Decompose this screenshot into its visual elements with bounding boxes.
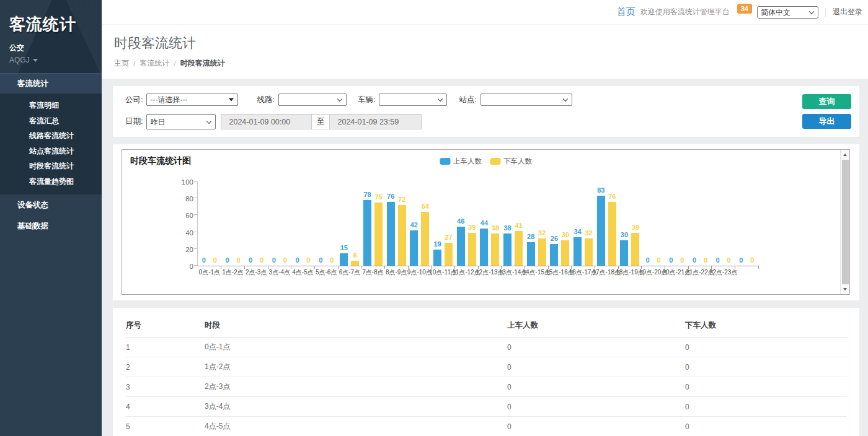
x-axis-label: 7点-8点 <box>362 268 383 277</box>
bar-alighting: 72 <box>398 205 406 266</box>
bar-value-label: 42 <box>410 221 418 229</box>
vehicle-label: 车辆: <box>358 95 375 105</box>
legend-label: 下车人数 <box>503 157 532 166</box>
scrollbar-thumb[interactable] <box>842 160 849 284</box>
sidebar-subitem[interactable]: 时段客流统计 <box>0 159 102 174</box>
table-cell: 0 <box>507 357 685 377</box>
table-cell: 4 <box>126 397 205 417</box>
date-preset-wrap: 昨日 <box>146 114 216 129</box>
bar-group: 384113点-14点 <box>502 182 525 266</box>
scrollbar-down-button[interactable] <box>841 285 849 294</box>
logo-block: 客流统计 公交 AQGJ <box>0 0 102 73</box>
bar-group: 004点-5点 <box>291 182 315 266</box>
export-button[interactable]: 导出 <box>802 114 851 129</box>
scrollbar-up-button[interactable] <box>841 150 849 159</box>
caret-down-icon <box>33 59 38 62</box>
legend-item[interactable]: 下车人数 <box>490 157 532 166</box>
table-row: 54点-5点00 <box>126 417 847 436</box>
table-cell: 1 <box>126 338 205 357</box>
bar-group: 463911点-12点 <box>454 182 478 266</box>
x-axis-label: 1点-2点 <box>222 268 243 277</box>
page-title: 时段客流统计 <box>114 34 856 53</box>
vehicle-select[interactable] <box>379 94 447 106</box>
legend-item[interactable]: 上车人数 <box>440 157 482 166</box>
sidebar-subitem[interactable]: 客流量趋势图 <box>0 174 102 190</box>
sidebar-subitem[interactable]: 客流明细 <box>0 98 102 113</box>
bar-value-label: 26 <box>551 235 558 242</box>
line-select[interactable] <box>278 94 347 106</box>
date-label: 日期: <box>125 116 143 127</box>
sidebar-item-base-data[interactable]: 基础数据 <box>0 216 102 237</box>
bar-value-label: 0 <box>260 256 264 264</box>
bar-value-label: 0 <box>680 256 684 264</box>
station-select[interactable] <box>480 94 572 106</box>
breadcrumb-passenger-stats[interactable]: 客流统计 <box>140 58 169 69</box>
stats-table-header-row: 序号时段上车人数下车人数 <box>126 315 847 338</box>
bar-group: 263015点-16点 <box>548 182 572 266</box>
bar-group: 303918点-19点 <box>618 182 642 266</box>
chart-scrollbar[interactable] <box>840 150 849 294</box>
logout-link[interactable]: 退出登录 <box>833 7 862 17</box>
chart-box: 时段车流统计图 上车人数下车人数 000点-1点001点-2点002点-3点00… <box>122 149 850 295</box>
y-axis-label: 40 <box>175 229 193 237</box>
home-link[interactable]: 首页 <box>617 6 636 18</box>
sidebar: 客流统计 公交 AQGJ 客流统计 客流明细客流汇总线路客流统计站点客流统计时段… <box>0 0 102 436</box>
bar-value-label: 0 <box>202 256 206 264</box>
sidebar-item-passenger-stats[interactable]: 客流统计 <box>0 73 102 94</box>
date-from-input[interactable] <box>221 114 312 129</box>
y-axis-label: 80 <box>175 195 193 203</box>
org-code-label: AQGJ <box>9 56 30 64</box>
bar-group: 0020点-21点 <box>665 182 688 266</box>
bar-value-label: 0 <box>225 256 229 264</box>
bar-value-label: 0 <box>272 256 276 264</box>
breadcrumb-home[interactable]: 主页 <box>114 58 129 69</box>
sidebar-subitem[interactable]: 线路客流统计 <box>0 128 102 144</box>
legend-swatch-icon <box>440 158 450 165</box>
company-select[interactable]: ---请选择--- <box>146 94 238 106</box>
bar-boarding: 78 <box>363 200 371 266</box>
date-preset-select[interactable]: 昨日 <box>146 114 216 129</box>
bar-value-label: 30 <box>621 231 628 238</box>
bar-alighting: 41 <box>515 231 523 266</box>
x-axis-label: 9点-10点 <box>407 268 432 277</box>
table-header-cell: 时段 <box>205 315 507 338</box>
notification-badge[interactable]: 34 <box>737 4 752 14</box>
org-selector[interactable]: AQGJ <box>9 56 102 64</box>
table-cell: 0 <box>685 397 847 417</box>
sidebar-item-device-status[interactable]: 设备状态 <box>0 194 102 216</box>
table-cell: 0 <box>685 417 847 436</box>
bar-group: 003点-4点 <box>268 182 291 266</box>
welcome-text: 欢迎使用客流统计管理平台 <box>640 7 730 17</box>
table-cell: 5 <box>126 417 205 436</box>
chart-title: 时段车流统计图 <box>130 155 191 167</box>
bar-value-label: 0 <box>295 256 299 264</box>
sidebar-subitem[interactable]: 站点客流统计 <box>0 144 102 159</box>
bar-boarding: 15 <box>340 253 348 266</box>
table-panel: 序号时段上车人数下车人数 10点-1点0021点-2点0032点-3点0043点… <box>113 308 859 436</box>
x-axis-label: 22点-23点 <box>709 268 738 277</box>
bar-value-label: 0 <box>750 256 754 264</box>
bar-group: 192710点-11点 <box>432 182 455 266</box>
bar-value-label: 0 <box>669 256 673 264</box>
language-select[interactable]: 简体中文 <box>757 6 818 19</box>
table-cell: 0 <box>685 357 847 377</box>
bar-alighting: 38 <box>491 233 499 266</box>
bar-alighting: 39 <box>631 233 639 266</box>
bar-boarding: 19 <box>433 250 441 266</box>
main-area: 首页 欢迎使用客流统计管理平台 34 简体中文 退出登录 时段客流统计 主页 /… <box>102 0 868 436</box>
bar-value-label: 19 <box>433 240 441 248</box>
bar-value-label: 0 <box>236 256 240 264</box>
bar-group: 000点-1点 <box>198 182 221 266</box>
date-to-input[interactable] <box>329 114 422 129</box>
table-row: 10点-1点00 <box>126 338 847 357</box>
bar-boarding: 38 <box>503 233 512 266</box>
chart-legend: 上车人数下车人数 <box>440 157 532 166</box>
bar-alighting: 64 <box>421 212 429 266</box>
query-button[interactable]: 查询 <box>802 94 851 109</box>
table-cell: 0 <box>507 397 685 417</box>
bar-value-label: 41 <box>515 222 522 229</box>
sidebar-subitem[interactable]: 客流汇总 <box>0 113 102 129</box>
bar-boarding: 28 <box>527 242 535 266</box>
company-select-wrap: ---请选择--- <box>146 94 238 106</box>
bar-value-label: 6 <box>353 251 357 259</box>
